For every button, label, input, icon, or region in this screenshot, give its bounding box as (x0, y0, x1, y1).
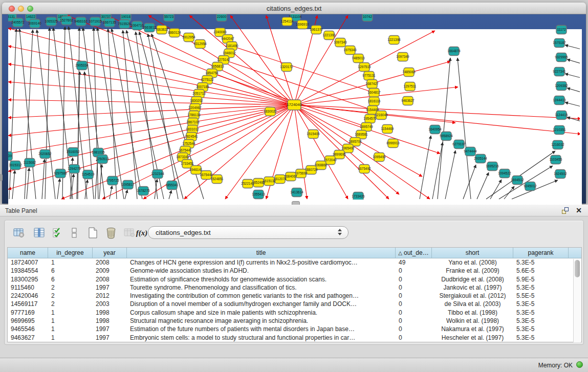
citation-edge-black[interactable] (432, 142, 443, 199)
table-cell: Changes of HCN gene expression and I(f) … (127, 258, 396, 267)
citation-edge-red[interactable] (8, 100, 294, 105)
table-settings-icon[interactable] (12, 226, 26, 240)
citation-edge-black[interactable] (463, 165, 476, 199)
citation-edge-black[interactable] (123, 30, 137, 199)
citation-edge-black[interactable] (112, 29, 142, 199)
citation-edge-black[interactable] (125, 190, 127, 199)
citation-edge-black[interactable] (565, 102, 581, 106)
graph-node-label: 2905334 (75, 63, 89, 67)
citation-edge-black[interactable] (19, 29, 36, 199)
graph-node-label: 1216032 (551, 143, 564, 146)
graph-node-label: 1275142 (217, 58, 230, 61)
panel-collapse-handle[interactable] (0, 174, 3, 181)
citation-edge-red[interactable] (230, 15, 294, 105)
close-panel-icon[interactable]: ✕ (576, 206, 582, 214)
citation-edge-black[interactable] (9, 29, 16, 199)
table-row[interactable]: 1830029562008Estimation of significance … (8, 275, 581, 283)
citation-edge-red[interactable] (8, 105, 294, 136)
citation-edge-red[interactable] (184, 105, 294, 199)
table-cell: 5.6E-5 (513, 267, 569, 275)
citation-edge-black[interactable] (155, 179, 157, 199)
column-header-indegree[interactable]: in_degree (48, 248, 93, 258)
float-panel-icon[interactable] (562, 207, 569, 214)
column-header-name[interactable]: name (8, 248, 48, 258)
table-cell: 14569117 (8, 300, 48, 308)
table-row[interactable]: 946554611997Estimation of the future num… (8, 325, 581, 333)
table-row[interactable]: 946362711997Embryonic stem cells: a mode… (8, 334, 581, 342)
citation-edge-red[interactable] (8, 46, 294, 105)
graph-node-label: 1524851 (210, 177, 224, 181)
column-header-year[interactable]: year (93, 248, 127, 258)
table-cell: Corpus callosum shape and size in male p… (127, 309, 396, 317)
citation-edge-black[interactable] (486, 151, 555, 199)
citation-edge-black[interactable] (57, 179, 60, 199)
graph-node-label: 7824541 (185, 135, 198, 138)
citation-edge-black[interactable] (108, 29, 117, 199)
citation-edge-black[interactable] (95, 158, 98, 199)
graph-node-label: 8996913 (386, 141, 400, 145)
citation-edge-black[interactable] (504, 186, 514, 199)
table-cell: 0 (396, 300, 432, 308)
delete-table-icon[interactable] (104, 226, 118, 240)
graph-node-label: 1946012 (223, 51, 236, 55)
citation-edge-black[interactable] (445, 150, 455, 199)
citation-edge-red[interactable] (8, 105, 294, 154)
network-graph[interactable]: 8131146221851130737190185572322600813110… (0, 0, 588, 205)
table-panel-header[interactable]: Table Panel ✕ (0, 205, 588, 216)
citation-edge-red[interactable] (67, 15, 294, 105)
function-builder-icon[interactable]: f(x) (135, 226, 149, 240)
table-body[interactable]: 1872400712008Changes of HCN gene express… (8, 258, 581, 342)
citation-edge-black[interactable] (169, 190, 171, 199)
graph-node-label: 1640954 (428, 127, 442, 131)
citation-edge-red[interactable] (294, 105, 430, 199)
graph-node-label: 8860124 (168, 31, 181, 34)
new-document-icon[interactable] (85, 226, 100, 240)
citation-edge-black[interactable] (77, 72, 80, 199)
graph-node-label: 1961370 (310, 28, 323, 31)
citation-edge-red[interactable] (8, 105, 294, 118)
citation-edge-black[interactable] (12, 170, 15, 199)
select-rows-icon[interactable] (51, 226, 65, 240)
column-header-short[interactable]: short (432, 248, 513, 258)
citation-edge-red[interactable] (266, 15, 294, 105)
citation-edge-black[interactable] (567, 117, 581, 121)
table-row[interactable]: 1872400712008Changes of HCN gene express… (8, 258, 581, 267)
node-table[interactable]: namein_degreeyeartitle△out_de…shortpager… (7, 247, 582, 342)
table-row[interactable]: 1456911722003Disruption of a novel membe… (8, 300, 581, 308)
row-height-icon[interactable] (67, 226, 81, 240)
graph-node-label: 1103455 (550, 158, 562, 161)
citation-edge-black[interactable] (565, 45, 581, 49)
graph-node-label: 2240083 (213, 30, 227, 34)
table-cell: Nakamura et al. (1997) (432, 325, 513, 333)
citation-edge-black[interactable] (420, 136, 431, 199)
memory-status-icon[interactable] (576, 361, 583, 368)
table-row[interactable]: 2242004622012Investigating the contribut… (8, 292, 581, 300)
citation-edge-black[interactable] (84, 72, 94, 199)
citation-edge-black[interactable] (110, 186, 112, 199)
table-scrollbar[interactable] (573, 259, 581, 342)
citation-edge-black[interactable] (567, 59, 581, 63)
citation-edge-black[interactable] (565, 74, 581, 78)
citation-edge-red[interactable] (294, 105, 307, 199)
graph-node-label: 1297515 (358, 65, 371, 69)
graph-node-label: 1221393 (322, 33, 336, 37)
column-header-pagerank[interactable]: pagerank (513, 248, 569, 258)
table-row[interactable]: 911546021997Tourette syndrome. Phenomeno… (8, 283, 581, 292)
table-header-row[interactable]: namein_degreeyeartitle△out_de…shortpager… (8, 248, 581, 258)
graph-node-label: 1975343 (343, 48, 357, 52)
table-row[interactable]: 969969511998Structural magnetic resonanc… (8, 317, 581, 325)
citation-edge-red[interactable] (8, 105, 294, 189)
citation-edge-black[interactable] (99, 164, 102, 199)
column-header-title[interactable]: title (127, 248, 396, 258)
citation-edge-black[interactable] (567, 88, 581, 92)
table-cell: 1997 (93, 325, 127, 333)
citation-edge-black[interactable] (458, 58, 471, 199)
table-cell: 0 (396, 283, 432, 292)
table-row[interactable]: 977716911998Corpus callosum shape and si… (8, 309, 581, 317)
network-table-select[interactable]: citations_edges.txt (148, 226, 349, 239)
table-columns-icon[interactable] (32, 226, 47, 240)
table-row[interactable]: 1938455462009Genome-wide association stu… (8, 267, 581, 275)
column-header-outde[interactable]: △out_de… (396, 248, 432, 258)
citation-edge-black[interactable] (477, 172, 489, 199)
scrollbar-thumb[interactable] (575, 260, 580, 277)
